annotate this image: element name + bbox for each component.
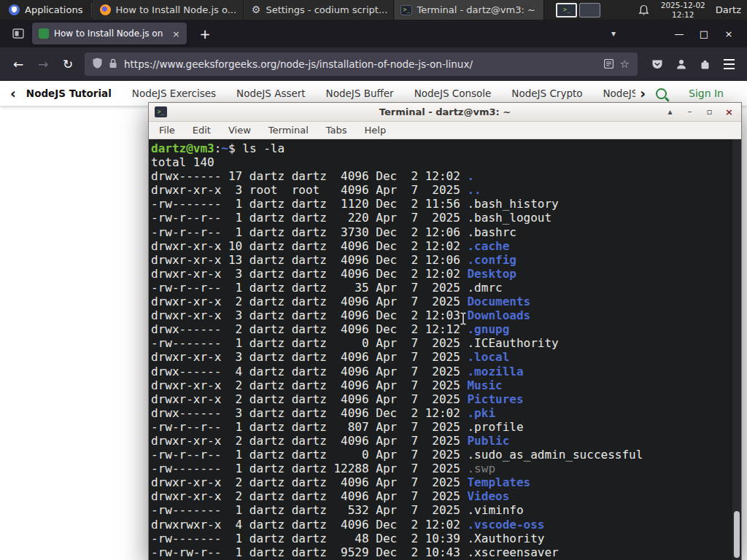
tab-close-icon[interactable]: × bbox=[172, 28, 180, 39]
site-nav-item[interactable]: NodeJS Exercises bbox=[132, 88, 216, 99]
terminal-scrollbar[interactable] bbox=[732, 139, 741, 560]
terminal-close-button[interactable]: × bbox=[723, 106, 735, 117]
terminal-minimize-button[interactable]: – bbox=[684, 106, 696, 117]
taskbar-window-title: Settings - codium script... bbox=[266, 4, 387, 15]
terminal-line: drwxr-xr-x 2 dartz dartz 4096 Apr 7 2025… bbox=[151, 392, 730, 406]
site-nav-item[interactable]: NodeJS Assert bbox=[236, 88, 306, 99]
workspace-2[interactable] bbox=[579, 3, 600, 18]
nav-next-icon[interactable]: › bbox=[640, 87, 646, 101]
taskbar-window-2[interactable]: ⚙Settings - codium script... bbox=[244, 0, 394, 20]
reader-view-icon[interactable] bbox=[604, 58, 614, 71]
browser-tab-bar: How to Install Node.js on × + ▾ — □ × bbox=[0, 20, 747, 47]
panel-user[interactable]: Dartz bbox=[716, 4, 741, 15]
pocket-icon[interactable] bbox=[645, 52, 669, 77]
applications-menu[interactable]: Applications bbox=[0, 0, 91, 20]
workspace-1-terminal-icon[interactable]: >_ bbox=[556, 3, 577, 18]
new-tab-button[interactable]: + bbox=[196, 26, 214, 42]
taskbar-window-title: Terminal - dartz@vm3: ~ bbox=[417, 4, 535, 15]
clock-time: 12:12 bbox=[661, 10, 705, 20]
terminal-line: drwxr-xr-x 3 root root 4096 Apr 7 2025 .… bbox=[151, 183, 730, 197]
terminal-shade-button[interactable]: ▴ bbox=[664, 106, 676, 117]
terminal-line: -rw------- 1 dartz dartz 12288 Apr 7 202… bbox=[151, 462, 730, 475]
terminal-title: Terminal - dartz@vm3: ~ bbox=[149, 106, 741, 117]
site-nav-item[interactable]: NodeJS Crypto bbox=[511, 88, 582, 99]
terminal-menu-file[interactable]: File bbox=[159, 125, 175, 136]
terminal-menu-help[interactable]: Help bbox=[365, 125, 387, 136]
gear-icon: ⚙ bbox=[250, 4, 261, 15]
back-button[interactable]: ← bbox=[6, 52, 31, 77]
terminal-line: drwxr-xr-x 2 dartz dartz 4096 Apr 7 2025… bbox=[151, 434, 730, 448]
top-panel: Applications How to Install Node.js o...… bbox=[0, 0, 747, 20]
window-maximize-button[interactable]: □ bbox=[692, 28, 716, 39]
terminal-line: -rw-r--r-- 1 dartz dartz 35 Apr 7 2025 .… bbox=[151, 281, 730, 295]
browser-tab[interactable]: How to Install Node.js on × bbox=[32, 23, 187, 44]
browser-toolbar: ← → ↻ https://www.geeksforgeeks.org/node… bbox=[0, 47, 747, 81]
terminal-window-controls: ▴ – ▫ × bbox=[664, 106, 735, 117]
terminal-line: drwx------ 4 dartz dartz 4096 Apr 7 2025… bbox=[151, 365, 730, 378]
panel-separator bbox=[91, 4, 92, 17]
terminal-menu-view[interactable]: View bbox=[228, 125, 251, 136]
clock-date: 2025-12-02 bbox=[661, 1, 705, 10]
bookmark-star-icon[interactable]: ☆ bbox=[620, 58, 630, 71]
url-bar[interactable]: https://www.geeksforgeeks.org/node-js/in… bbox=[85, 52, 638, 76]
account-icon[interactable] bbox=[669, 52, 693, 77]
terminal-line: drwxrwxr-x 4 dartz dartz 4096 Dec 2 12:0… bbox=[151, 518, 730, 532]
terminal-menu-terminal[interactable]: Terminal bbox=[268, 125, 309, 136]
terminal-line: drwxr-xr-x 10 dartz dartz 4096 Dec 2 12:… bbox=[151, 239, 730, 253]
terminal-prompt-line: dartz@vm3:~$ ls -la bbox=[151, 141, 730, 155]
shield-icon[interactable] bbox=[93, 58, 102, 71]
terminal-line: -rw------- 1 dartz dartz 48 Dec 2 10:39 … bbox=[151, 532, 730, 545]
scrollbar-thumb[interactable] bbox=[734, 511, 740, 558]
reload-button[interactable]: ↻ bbox=[55, 52, 80, 77]
mouse-cursor bbox=[460, 312, 467, 328]
terminal-total-line: total 140 bbox=[151, 155, 730, 169]
tab-title: How to Install Node.js on bbox=[54, 28, 168, 39]
terminal-line: drwx------ 3 dartz dartz 4096 Dec 2 12:0… bbox=[151, 406, 730, 420]
terminal-body[interactable]: dartz@vm3:~$ ls -latotal 140drwx------ 1… bbox=[149, 139, 741, 560]
terminal-line: -rw------- 1 dartz dartz 532 Apr 7 2025 … bbox=[151, 503, 730, 517]
site-nav-item[interactable]: NodeJS Tutorial bbox=[26, 88, 112, 99]
terminal-window: >_ Terminal - dartz@vm3: ~ ▴ – ▫ × FileE… bbox=[148, 102, 742, 560]
sign-in-button[interactable]: Sign In bbox=[689, 88, 724, 99]
terminal-line: -rw-r--r-- 1 dartz dartz 0 Apr 7 2025 .s… bbox=[151, 448, 730, 462]
search-icon[interactable] bbox=[656, 88, 667, 99]
terminal-menu-edit[interactable]: Edit bbox=[193, 125, 211, 136]
site-favicon bbox=[39, 28, 49, 39]
terminal-output: dartz@vm3:~$ ls -latotal 140drwx------ 1… bbox=[151, 141, 730, 560]
taskbar-window-1[interactable]: How to Install Node.js o... bbox=[93, 0, 244, 20]
lock-icon[interactable] bbox=[109, 58, 117, 71]
terminal-line: -rw-r--r-- 1 dartz dartz 220 Apr 7 2025 … bbox=[151, 211, 730, 225]
terminal-titlebar[interactable]: >_ Terminal - dartz@vm3: ~ ▴ – ▫ × bbox=[149, 103, 741, 122]
firefox-icon bbox=[100, 4, 111, 15]
url-text: https://www.geeksforgeeks.org/node-js/in… bbox=[124, 58, 597, 70]
terminal-line: drwxr-xr-x 13 dartz dartz 4096 Dec 2 12:… bbox=[151, 253, 730, 267]
window-close-button[interactable]: × bbox=[716, 28, 741, 39]
workspace-switcher[interactable]: >_ bbox=[556, 3, 600, 18]
terminal-line: drwxr-xr-x 3 dartz dartz 4096 Apr 7 2025… bbox=[151, 350, 730, 364]
terminal-menu-tabs[interactable]: Tabs bbox=[326, 125, 347, 136]
applications-icon bbox=[9, 4, 20, 15]
panel-clock[interactable]: 2025-12-02 12:12 bbox=[661, 1, 705, 19]
terminal-line: drwxr-xr-x 2 dartz dartz 4096 Apr 7 2025… bbox=[151, 475, 730, 489]
terminal-line: drwxr-xr-x 2 dartz dartz 4096 Apr 7 2025… bbox=[151, 295, 730, 308]
terminal-line: drwxr-xr-x 2 dartz dartz 4096 Apr 7 2025… bbox=[151, 378, 730, 392]
list-all-tabs-chevron-icon[interactable]: ▾ bbox=[601, 29, 626, 38]
terminal-line: -rw-r--r-- 1 dartz dartz 3730 Dec 2 12:0… bbox=[151, 225, 730, 239]
terminal-line: -rw-r--r-- 1 dartz dartz 807 Apr 7 2025 … bbox=[151, 420, 730, 434]
terminal-maximize-button[interactable]: ▫ bbox=[703, 106, 716, 117]
extensions-icon[interactable] bbox=[693, 52, 717, 77]
menu-icon[interactable] bbox=[717, 52, 741, 77]
site-nav-links: NodeJS TutorialNodeJS ExercisesNodeJS As… bbox=[26, 88, 635, 99]
forward-button[interactable]: → bbox=[31, 52, 55, 77]
terminal-line: -rw------- 1 dartz dartz 1120 Dec 2 11:5… bbox=[151, 197, 730, 211]
site-nav-item[interactable]: NodeJS DNS bbox=[603, 88, 636, 99]
firefox-view-icon[interactable] bbox=[9, 24, 28, 43]
site-nav-item[interactable]: NodeJS Console bbox=[414, 88, 492, 99]
terminal-line: drwxr-xr-x 2 dartz dartz 4096 Apr 7 2025… bbox=[151, 489, 730, 503]
terminal-icon: >_ bbox=[400, 5, 412, 15]
notification-bell-icon[interactable] bbox=[638, 4, 649, 16]
window-minimize-button[interactable]: — bbox=[667, 28, 692, 39]
taskbar-window-3[interactable]: >_Terminal - dartz@vm3: ~ bbox=[394, 0, 544, 20]
nav-prev-icon[interactable]: ‹ bbox=[10, 87, 16, 101]
site-nav-item[interactable]: NodeJS Buffer bbox=[326, 88, 394, 99]
